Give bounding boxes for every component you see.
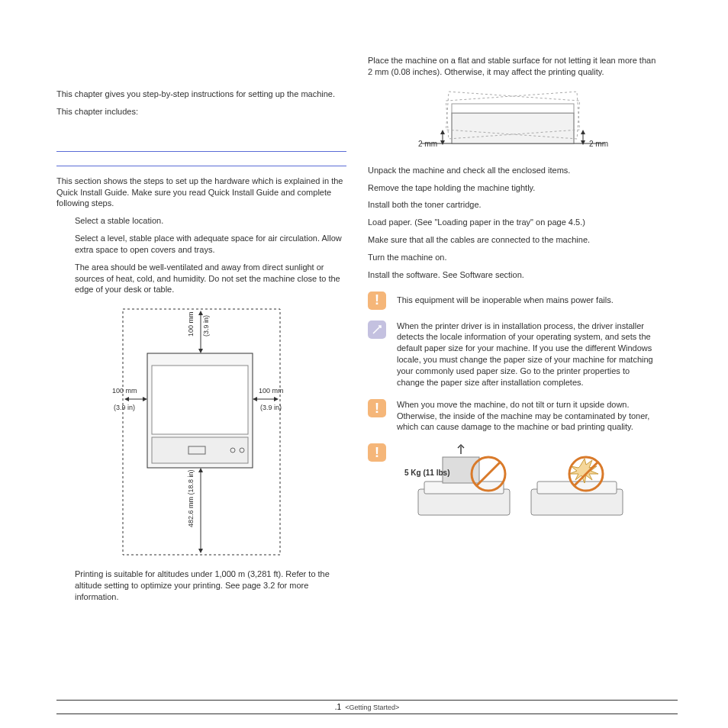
svg-text:(3.9 in): (3.9 in) [260,404,282,411]
note-icon [368,321,386,339]
svg-marker-9 [198,349,203,353]
clearance-diagram: 100 mm (3.9 in) 100 mm (3.9 in) 100 mm (… [108,306,295,558]
page-number: .1 [335,703,341,711]
page-footer: .1 <Getting Started> [56,700,678,715]
svg-rect-27 [452,113,574,143]
altitude-note: Printing is suitable for altitudes under… [56,569,346,603]
exclamation-icon: ! [368,443,386,462]
svg-text:(3.9 in): (3.9 in) [202,315,210,337]
svg-rect-28 [452,104,574,113]
lift-diagram: 5 Kg (11 lbs) [397,443,641,527]
step-tape: Remove the tape holding the machine tigh… [368,182,658,194]
warning-inoperable-text: This equipment will be inoperable when m… [397,292,658,310]
exclamation-icon: ! [368,399,386,417]
note-driver: When the printer driver is in installati… [368,321,658,388]
chapter-includes: This chapter includes: [56,106,346,118]
svg-text:100 mm: 100 mm [187,312,195,337]
svg-rect-3 [152,437,248,463]
svg-marker-8 [198,311,203,315]
page-body: This chapter gives you step-by-step inst… [0,0,728,609]
svg-marker-33 [440,140,445,145]
warning-inoperable: ! This equipment will be inoperable when… [368,292,658,310]
svg-marker-19 [274,397,279,401]
footer-section: <Getting Started> [345,704,399,711]
svg-marker-37 [581,140,585,145]
svg-text:100 mm: 100 mm [112,387,137,395]
svg-marker-18 [253,397,257,401]
note-driver-text: When the printer driver is in installati… [397,321,658,388]
warning-lift: ! 5 Kg (11 lbs) [368,443,658,527]
step-software: Install the software. See Software secti… [368,269,658,281]
svg-text:5 Kg (11 lbs): 5 Kg (11 lbs) [404,469,449,477]
hardware-setup-intro: This section shows the steps to set up t… [56,176,346,210]
svg-marker-13 [124,397,129,401]
svg-marker-32 [440,130,445,134]
flat-surface-text: Place the machine on a flat and stable s… [368,55,658,78]
exclamation-icon: ! [368,292,386,310]
warning-tilt-text: When you move the machine, do not tilt o… [397,399,658,433]
svg-text:482.6 mm (18.8 in): 482.6 mm (18.8 in) [187,470,195,528]
step-unpack: Unpack the machine and check all the enc… [368,165,658,176]
svg-text:2 mm: 2 mm [418,140,437,148]
svg-marker-14 [143,397,147,401]
section-rule [56,151,346,152]
svg-text:100 mm: 100 mm [259,387,284,395]
svg-text:(3.9 in): (3.9 in) [114,404,135,411]
step-paper: Load paper. (See "Loading paper in the t… [368,217,658,228]
step-toner: Install both the toner cartridge. [368,199,658,211]
step-ventilation: The area should be well-ventilated and a… [56,262,346,296]
warning-tilt: ! When you move the machine, do not tilt… [368,399,658,433]
right-column: Place the machine on a flat and stable s… [368,55,658,609]
left-column: This chapter gives you step-by-step inst… [56,55,346,609]
svg-text:2 mm: 2 mm [589,140,608,148]
step-location-detail: Select a level, stable place with adequa… [56,233,346,256]
svg-marker-36 [581,130,585,134]
subsection-rule [56,166,346,166]
svg-marker-23 [198,468,203,472]
chapter-intro: This chapter gives you step-by-step inst… [56,89,346,100]
step-select-location: Select a stable location. [56,215,346,227]
step-power: Turn the machine on. [368,252,658,263]
svg-rect-2 [152,366,248,434]
step-cables: Make sure that all the cables are connec… [368,234,658,246]
tilt-diagram: 2 mm 2 mm [414,85,612,154]
svg-marker-24 [198,549,203,553]
